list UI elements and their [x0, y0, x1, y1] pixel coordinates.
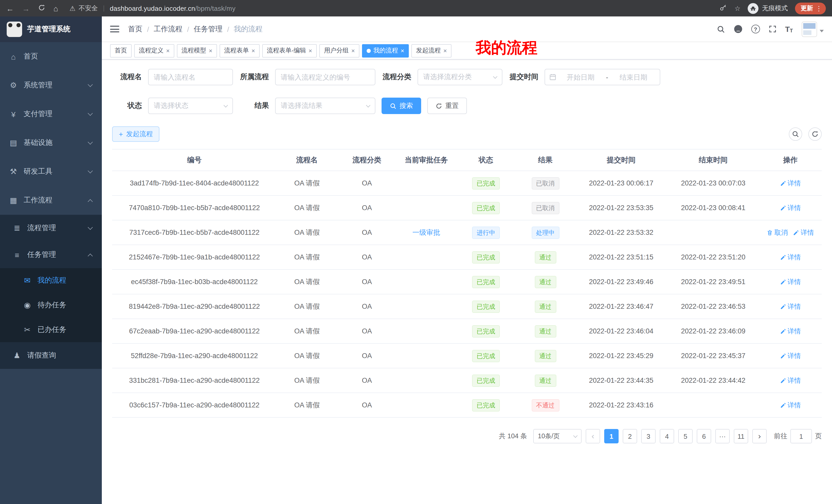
detail-link[interactable]: 详情 [780, 351, 801, 360]
goto-page-input[interactable] [790, 429, 812, 443]
user-menu[interactable] [802, 21, 824, 37]
category-select[interactable]: 请选择流程分类 [418, 69, 502, 85]
status-select[interactable]: 请选择状态 [148, 97, 233, 114]
status-badge: 已完成 [472, 325, 500, 337]
active-dot [367, 49, 371, 53]
fullscreen-icon[interactable] [769, 25, 776, 33]
page-button-3[interactable]: 3 [641, 429, 656, 443]
github-icon[interactable] [733, 25, 742, 33]
page-button-6[interactable]: 6 [697, 429, 711, 443]
breadcrumb-workflow[interactable]: 工作流程 [154, 24, 183, 34]
status-badge: 已完成 [472, 276, 500, 288]
detail-link[interactable]: 详情 [793, 228, 814, 237]
page-button-2[interactable]: 2 [623, 429, 637, 443]
table-row: 3ad174fb-7b9d-11ec-8404-acde48001122 OA … [112, 171, 822, 195]
close-icon[interactable]: × [309, 47, 312, 54]
detail-link[interactable]: 详情 [780, 178, 801, 188]
detail-link[interactable]: 详情 [780, 302, 801, 311]
detail-link[interactable]: 详情 [780, 376, 801, 385]
close-icon[interactable]: × [351, 47, 355, 54]
sidebar-item-my-process[interactable]: ✉ 我的流程 [0, 268, 102, 293]
page-button-11[interactable]: 11 [734, 429, 748, 443]
address-bar[interactable]: dashboard.yudao.iocoder.cn/bpm/task/my [110, 4, 235, 12]
forward-icon[interactable]: → [22, 4, 30, 12]
search-icon[interactable] [717, 25, 725, 33]
avatar[interactable] [802, 21, 817, 37]
close-icon[interactable]: × [252, 47, 255, 54]
process-name-input[interactable] [154, 73, 227, 81]
result-badge: 已取消 [531, 177, 559, 189]
close-icon[interactable]: × [166, 47, 170, 54]
caret-down-icon [820, 30, 824, 32]
submit-time-range[interactable]: - [545, 69, 660, 85]
tab-start-process[interactable]: 发起流程× [411, 44, 451, 57]
detail-link[interactable]: 详情 [780, 277, 801, 286]
prev-page-button[interactable]: ‹ [586, 429, 600, 443]
edit-icon [793, 229, 799, 235]
cancel-link[interactable]: 取消 [767, 228, 788, 237]
sidebar-item-devtools[interactable]: ⚒ 研发工具 [0, 157, 102, 186]
tab-process-model[interactable]: 流程模型× [177, 44, 217, 57]
tab-my-process[interactable]: 我的流程× [362, 44, 409, 57]
sidebar-item-home[interactable]: ⌂ 首页 [0, 42, 102, 71]
page-button-5[interactable]: 5 [678, 429, 693, 443]
sidebar-toggle-icon[interactable] [110, 26, 119, 32]
sidebar-item-workflow[interactable]: ▦ 工作流程 [0, 186, 102, 215]
sidebar-item-done-tasks[interactable]: ✂ 已办任务 [0, 317, 102, 342]
next-page-button[interactable]: › [752, 429, 767, 443]
font-size-icon[interactable]: TT [785, 25, 793, 33]
help-icon[interactable]: ? [751, 25, 760, 33]
tab-user-group[interactable]: 用户分组× [319, 44, 359, 57]
page-size-select[interactable]: 10条/页 [533, 429, 581, 443]
reload-icon[interactable] [38, 4, 45, 12]
search-button[interactable]: 搜索 [382, 97, 421, 114]
plus-icon: + [119, 130, 123, 138]
page-button-1[interactable]: 1 [604, 429, 619, 443]
back-icon[interactable]: ← [6, 4, 14, 12]
breadcrumb-home[interactable]: 首页 [128, 24, 142, 34]
warning-icon[interactable]: ⚠ [70, 4, 75, 12]
chevron-down-icon [88, 139, 93, 144]
sidebar-item-system[interactable]: ⚙ 系统管理 [0, 71, 102, 100]
close-icon[interactable]: × [443, 47, 447, 54]
detail-link[interactable]: 详情 [780, 400, 801, 410]
browser-menu-icon[interactable]: ⋮ [815, 4, 822, 12]
task-submenu: ✉ 我的流程 ◉ 待办任务 ✂ 已办任务 [0, 268, 102, 342]
more-pages-button[interactable]: ··· [715, 429, 730, 443]
sidebar-item-todo-tasks[interactable]: ◉ 待办任务 [0, 293, 102, 317]
detail-link[interactable]: 详情 [780, 203, 801, 213]
tab-process-form-edit[interactable]: 流程表单-编辑× [262, 44, 317, 57]
tab-process-definition[interactable]: 流程定义× [134, 44, 174, 57]
chrome-update-button[interactable]: 更新 ⋮ [795, 2, 826, 14]
process-def-input[interactable] [281, 73, 370, 81]
edit-icon [780, 328, 786, 334]
table-row: 7470a810-7b9b-11ec-b5b7-acde48001122 OA … [112, 195, 822, 220]
reset-button[interactable]: 重置 [427, 97, 467, 114]
home-icon[interactable]: ⌂ [53, 4, 58, 12]
sidebar-item-leave-query[interactable]: ♟ 请假查询 [0, 342, 102, 369]
detail-link[interactable]: 详情 [780, 327, 801, 336]
sidebar-item-payment[interactable]: ¥ 支付管理 [0, 100, 102, 129]
start-process-button[interactable]: + 发起流程 [112, 127, 159, 142]
password-key-icon[interactable] [720, 4, 727, 13]
task-link[interactable]: 一级审批 [412, 228, 440, 236]
sidebar-item-task-mgmt[interactable]: ≡ 任务管理 [0, 242, 102, 268]
sidebar-item-process-mgmt[interactable]: ≣ 流程管理 [0, 215, 102, 242]
tab-home[interactable]: 首页 [110, 44, 132, 57]
close-icon[interactable]: × [400, 47, 404, 54]
toggle-search-icon[interactable] [789, 128, 802, 141]
bookmark-star-icon[interactable]: ☆ [734, 4, 740, 12]
close-icon[interactable]: × [209, 47, 212, 54]
detail-link[interactable]: 详情 [780, 253, 801, 262]
refresh-table-icon[interactable] [808, 128, 822, 141]
edit-icon [780, 353, 786, 359]
sidebar-item-infrastructure[interactable]: ▤ 基础设施 [0, 129, 102, 157]
app-logo: 芋道管理系统 [0, 17, 102, 42]
tab-process-form[interactable]: 流程表单× [219, 44, 260, 57]
security-label[interactable]: 不安全 [78, 4, 98, 12]
breadcrumb-task-mgmt[interactable]: 任务管理 [194, 24, 223, 34]
end-date-input[interactable] [611, 73, 656, 81]
page-button-4[interactable]: 4 [660, 429, 674, 443]
start-date-input[interactable] [558, 73, 603, 81]
result-select[interactable]: 请选择流结果 [275, 97, 375, 114]
